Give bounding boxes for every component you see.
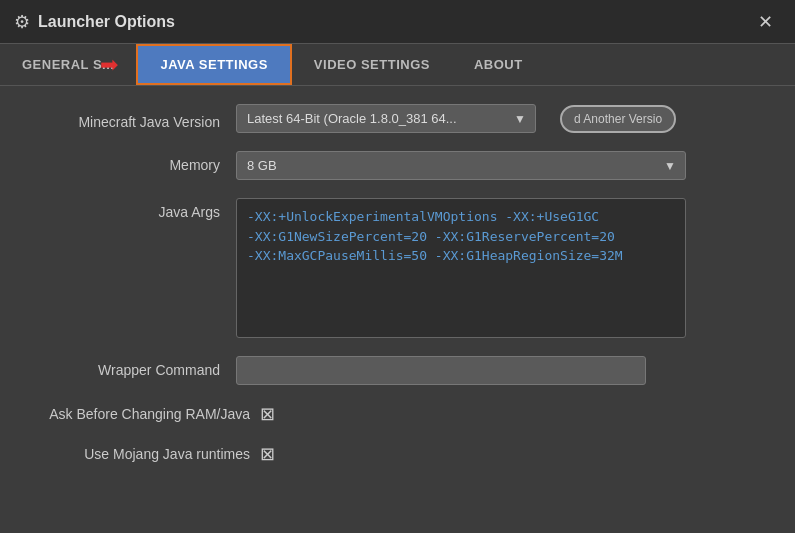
ask-before-ram-row: Ask Before Changing RAM/Java ⊠ <box>30 403 765 425</box>
wrapper-command-row: Wrapper Command <box>30 356 765 385</box>
use-mojang-java-checkbox[interactable]: ⊠ <box>260 443 275 465</box>
memory-row: Memory 1 GB 2 GB 3 GB 4 GB 6 GB 8 GB 12 … <box>30 151 765 180</box>
use-mojang-java-label: Use Mojang Java runtimes <box>30 446 250 462</box>
java-version-select-wrapper: Latest 64-Bit (Oracle 1.8.0_381 64... ▼ <box>236 104 536 133</box>
use-mojang-java-row: Use Mojang Java runtimes ⊠ <box>30 443 765 465</box>
title-bar: ⚙ Launcher Options ✕ <box>0 0 795 44</box>
ask-before-ram-label: Ask Before Changing RAM/Java <box>30 406 250 422</box>
memory-select[interactable]: 1 GB 2 GB 3 GB 4 GB 6 GB 8 GB 12 GB 16 G… <box>236 151 686 180</box>
gear-icon: ⚙ <box>14 11 30 33</box>
tab-about[interactable]: ABOUT <box>452 44 545 85</box>
wrapper-command-label: Wrapper Command <box>30 356 220 378</box>
java-args-row: Java Args <box>30 198 765 338</box>
java-args-label: Java Args <box>30 198 220 220</box>
java-version-select[interactable]: Latest 64-Bit (Oracle 1.8.0_381 64... <box>236 104 536 133</box>
tab-java-settings[interactable]: JAVA SETTINGS <box>136 44 291 85</box>
tab-general[interactable]: GENERAL S... <box>0 44 136 85</box>
tab-video-settings[interactable]: VIDEO SETTINGS <box>292 44 452 85</box>
memory-label: Memory <box>30 151 220 173</box>
java-version-label: Minecraft Java Version <box>30 108 220 130</box>
add-version-button[interactable]: d Another Versio <box>560 105 676 133</box>
wrapper-command-input[interactable] <box>236 356 646 385</box>
tab-bar: GENERAL S... ➡ JAVA SETTINGS VIDEO SETTI… <box>0 44 795 86</box>
java-args-textarea[interactable] <box>236 198 686 338</box>
window-title: Launcher Options <box>38 13 175 31</box>
java-version-row: Minecraft Java Version Latest 64-Bit (Or… <box>30 104 765 133</box>
ask-before-ram-checkbox[interactable]: ⊠ <box>260 403 275 425</box>
memory-select-wrapper: 1 GB 2 GB 3 GB 4 GB 6 GB 8 GB 12 GB 16 G… <box>236 151 686 180</box>
content-area: Minecraft Java Version Latest 64-Bit (Or… <box>0 86 795 483</box>
title-bar-left: ⚙ Launcher Options <box>14 11 175 33</box>
close-button[interactable]: ✕ <box>750 7 781 37</box>
